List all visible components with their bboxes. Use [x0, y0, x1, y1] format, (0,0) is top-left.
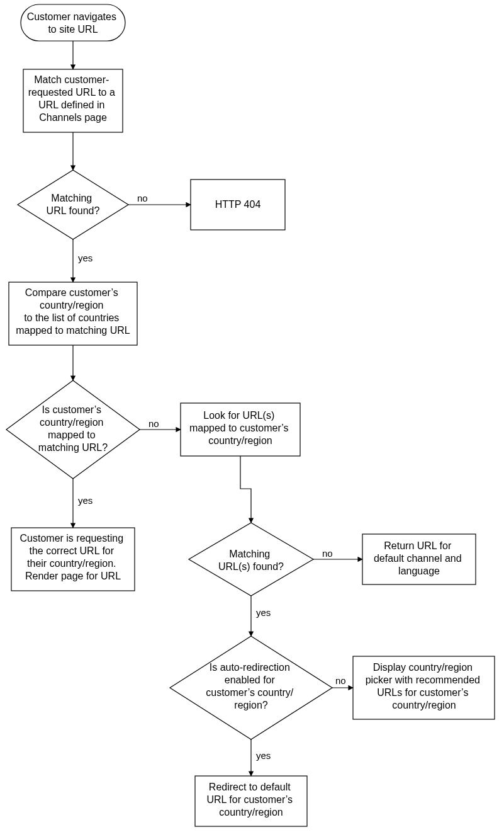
label-d1-no: no [137, 193, 148, 203]
redirect-text: Redirect to default URL for customer’s c… [206, 782, 295, 818]
flowchart-diagram: Customer navigates to site URL Match cus… [0, 0, 504, 832]
label-d3-no: no [322, 548, 333, 559]
label-d1-yes: yes [78, 253, 92, 263]
label-d4-yes: yes [256, 750, 271, 761]
terminator-start [21, 4, 125, 41]
label-d2-no: no [148, 418, 159, 429]
decision-matching-urls-found [189, 523, 313, 596]
decision-matching-url-found [18, 170, 128, 239]
http404-text: HTTP 404 [215, 199, 261, 210]
label-d2-yes: yes [78, 495, 92, 506]
label-d3-yes: yes [256, 607, 271, 618]
edge-lookurl-to-d3 [240, 456, 251, 523]
label-d4-no: no [335, 675, 346, 686]
